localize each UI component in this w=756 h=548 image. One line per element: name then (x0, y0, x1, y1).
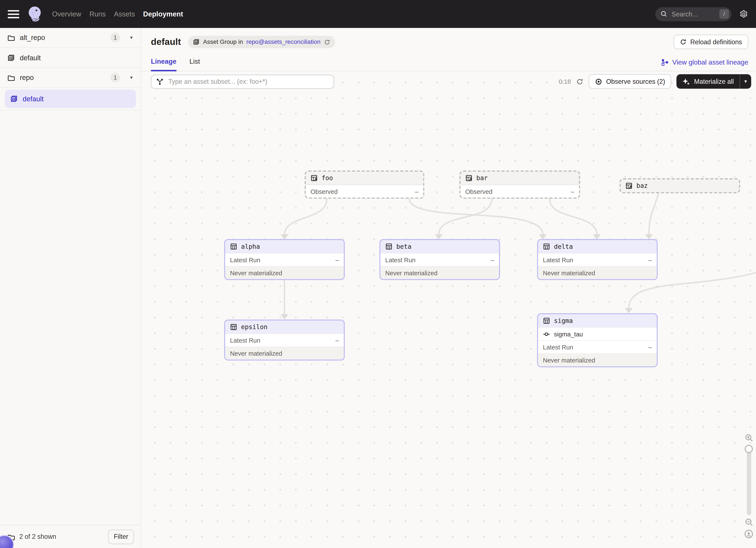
top-nav-bar: Overview Runs Assets Deployment / (0, 0, 756, 28)
hamburger-menu-icon[interactable] (8, 10, 19, 18)
sidebar-footer: 2 of 2 shown Filter (0, 525, 141, 548)
shown-count-label: 2 of 2 shown (19, 533, 56, 540)
asset-node-alpha[interactable]: alpha Latest Run – Never materialized (224, 239, 345, 280)
asset-name: sigma (554, 317, 573, 324)
latest-run-row: Latest Run – (225, 253, 344, 266)
materialization-status: Never materialized (230, 350, 282, 357)
nav-deployment[interactable]: Deployment (143, 10, 183, 18)
sparkle-icon (682, 78, 690, 85)
graph-toolbar-actions: 0:18 Observe sources (2) Materialize all (559, 74, 751, 89)
materialization-status-row: Never materialized (538, 353, 657, 366)
asset-node-delta[interactable]: delta Latest Run – Never materialized (537, 239, 658, 280)
asset-table-icon (230, 323, 237, 331)
run-value: – (648, 343, 652, 351)
refresh-icon[interactable] (324, 39, 330, 45)
repo-location-link[interactable]: repo@assets_reconciliation (246, 38, 320, 45)
canvas-zoom-controls (743, 434, 755, 538)
download-view-icon[interactable] (744, 530, 753, 538)
chevron-down-icon[interactable]: ▼ (129, 35, 134, 40)
global-lineage-label: View global asset lineage (672, 58, 748, 66)
observe-eye-icon (595, 78, 602, 85)
asset-node-header: delta (538, 240, 657, 253)
asset-status-row: Observed – (306, 185, 423, 198)
asset-subset-input[interactable] (167, 77, 329, 86)
main-panel: default Asset Group in repo@assets_recon… (141, 28, 756, 548)
run-value: – (491, 256, 494, 264)
materialize-options-caret[interactable]: ▼ (740, 74, 751, 89)
global-search[interactable]: / (655, 7, 731, 21)
chevron-down-icon[interactable]: ▼ (129, 75, 134, 80)
materialize-all-split-button: Materialize all ▼ (677, 74, 751, 89)
asset-node-header: foo (306, 172, 423, 185)
materialization-status-row: Never materialized (225, 346, 344, 359)
tab-list[interactable]: List (189, 57, 200, 71)
refresh-icon (680, 38, 687, 45)
primary-nav: Overview Runs Assets Deployment (52, 10, 183, 18)
materialization-status: Never materialized (543, 269, 595, 276)
repo-label: alt_repo (20, 34, 45, 41)
sidebar-item-repo[interactable]: repo 1 ▼ (0, 68, 141, 88)
sidebar-item-default-group-selected[interactable]: default (5, 90, 136, 108)
zoom-in-icon[interactable] (745, 434, 753, 442)
asset-group-icon (10, 95, 18, 103)
zoom-slider[interactable] (747, 445, 751, 515)
nav-runs[interactable]: Runs (89, 10, 106, 18)
asset-table-icon (230, 243, 237, 250)
asset-name: foo (322, 175, 333, 182)
asset-node-baz[interactable]: baz (620, 178, 740, 193)
view-global-asset-lineage-link[interactable]: View global asset lineage (662, 58, 748, 71)
asset-node-epsilon[interactable]: epsilon Latest Run – Never materialized (224, 319, 345, 360)
reload-definitions-button[interactable]: Reload definitions (673, 35, 748, 49)
lineage-graph-icon (662, 59, 669, 66)
run-label: Latest Run (385, 256, 416, 264)
repo-count-badge: 1 (111, 73, 120, 83)
run-label: Latest Run (543, 256, 573, 264)
asset-node-header: sigma (538, 314, 657, 327)
materialize-all-label: Materialize all (694, 78, 734, 85)
nav-overview[interactable]: Overview (52, 10, 81, 18)
materialization-status: Never materialized (230, 269, 282, 276)
asset-status-row: Observed – (461, 185, 579, 198)
source-asset-icon (310, 175, 318, 182)
asset-node-header: baz (620, 179, 739, 192)
repo-label: repo (20, 74, 34, 81)
observe-sources-button[interactable]: Observe sources (2) (589, 74, 671, 89)
materialization-status: Never materialized (385, 269, 437, 276)
filter-button[interactable]: Filter (108, 529, 134, 544)
status-value: – (571, 188, 574, 195)
zoom-slider-handle[interactable] (745, 445, 753, 453)
search-shortcut-key: / (719, 9, 729, 19)
tab-lineage[interactable]: Lineage (151, 57, 176, 71)
lineage-canvas[interactable]: 0:18 Observe sources (2) Materialize all (141, 71, 756, 548)
status-label: Observed (310, 188, 338, 195)
dagster-app: Overview Runs Assets Deployment / alt_re… (0, 0, 756, 548)
sidebar-selected-wrap: default (0, 88, 141, 110)
dagster-logo[interactable] (27, 5, 44, 23)
asset-node-beta[interactable]: beta Latest Run – Never materialized (379, 239, 500, 280)
asset-node-foo[interactable]: foo Observed – (305, 171, 424, 199)
asset-name: beta (396, 243, 412, 250)
search-input[interactable] (671, 10, 710, 18)
gear-icon[interactable] (739, 9, 748, 19)
search-icon (660, 11, 667, 18)
asset-node-header: epsilon (225, 320, 344, 333)
asset-group-pill: Asset Group in repo@assets_reconciliatio… (188, 36, 335, 48)
asset-node-bar[interactable]: bar Observed – (459, 171, 580, 199)
asset-subset-filter[interactable] (151, 74, 334, 88)
graph-toolbar: 0:18 Observe sources (2) Materialize all (151, 74, 751, 89)
asset-table-icon (543, 243, 550, 250)
materialize-all-button[interactable]: Materialize all (677, 74, 740, 89)
group-label: default (23, 95, 44, 103)
materialization-status-row: Never materialized (380, 266, 499, 279)
folder-icon (7, 34, 15, 41)
asset-node-sigma[interactable]: sigma sigma_tau Latest Run – Never mater… (537, 313, 658, 367)
nav-assets[interactable]: Assets (114, 10, 135, 18)
sidebar-item-alt-repo[interactable]: alt_repo 1 ▼ (0, 28, 141, 48)
repo-count-badge: 1 (111, 33, 120, 42)
run-label: Latest Run (230, 336, 260, 344)
folder-icon (7, 74, 15, 81)
asset-name: bar (476, 175, 488, 182)
refresh-graph-button[interactable] (576, 78, 583, 85)
zoom-out-icon[interactable] (745, 518, 753, 526)
sidebar-item-default-group[interactable]: default (0, 48, 141, 68)
